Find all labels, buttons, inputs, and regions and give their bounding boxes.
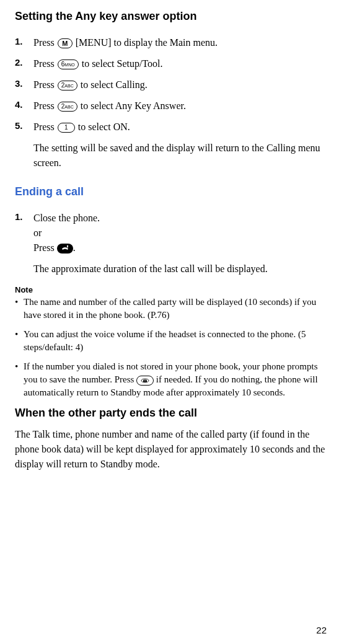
heading-any-key: Setting the Any key answer option (15, 10, 328, 23)
step-number: 5. (15, 120, 33, 131)
heading-ending-call: Ending a call (15, 185, 328, 198)
note-text: The name and number of the called party … (24, 296, 328, 322)
bullet: • (15, 296, 24, 322)
any-key-tail-text: The setting will be saved and the displa… (33, 141, 328, 170)
bullet: • (15, 328, 24, 354)
step-body: Press 6MNO to select Setup/Tool. (33, 56, 328, 71)
step-body: Press M [MENU] to display the Main menu. (33, 35, 328, 50)
svg-point-0 (67, 245, 68, 247)
step-number: 4. (15, 99, 33, 110)
note-text: If the number you dialed is not stored i… (24, 360, 328, 399)
ending-press-post: . (73, 242, 76, 253)
ending-press-pre: Press (33, 242, 57, 253)
note-text: You can adjust the voice volume if the h… (24, 328, 328, 354)
mail-key-icon (136, 376, 154, 386)
step-number: 1. (15, 211, 33, 222)
heading-other-party: When the other party ends the call (15, 407, 328, 420)
step-body: Press 1 to select ON. (33, 120, 328, 135)
step-number: 2. (15, 56, 33, 68)
step-number: 3. (15, 77, 33, 89)
svg-rect-1 (67, 247, 68, 248)
bullet: • (15, 360, 24, 399)
other-party-body: The Talk time, phone number and name of … (15, 427, 328, 472)
end-call-key-icon (57, 244, 73, 254)
step-body: Press 2ABC to select Calling. (33, 77, 328, 92)
phone-key-icon: M (58, 38, 73, 48)
ending-or: or (33, 227, 42, 238)
phone-key-icon: 1 (58, 123, 75, 133)
phone-key-icon: 2ABC (58, 81, 77, 90)
ending-close-phone: Close the phone. (33, 213, 100, 223)
step-body: Press 2ABC to select Any Key Answer. (33, 99, 328, 113)
ending-result-text: The approximate duration of the last cal… (33, 262, 328, 276)
note-heading: Note (15, 285, 328, 294)
phone-key-icon: 2ABC (58, 102, 77, 112)
step-number: 1. (15, 35, 33, 46)
page-number: 22 (316, 625, 327, 635)
phone-key-icon: 6MNO (58, 60, 79, 69)
